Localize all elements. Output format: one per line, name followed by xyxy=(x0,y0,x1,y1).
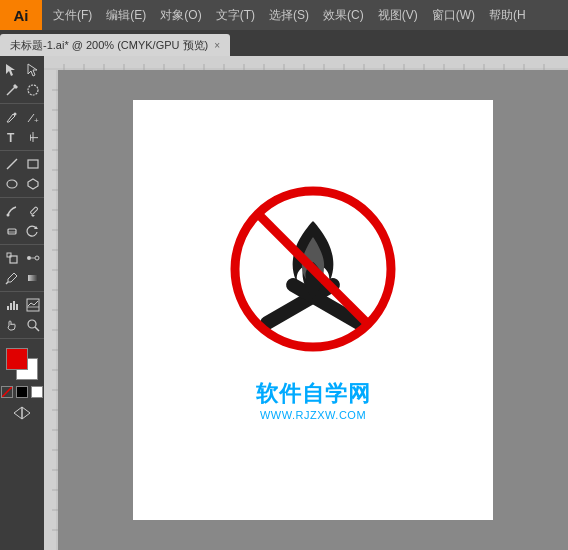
svg-point-5 xyxy=(13,113,16,116)
title-bar: Ai 文件(F) 编辑(E) 对象(O) 文字(T) 选择(S) 效果(C) 视… xyxy=(0,0,568,30)
svg-rect-11 xyxy=(28,160,38,168)
svg-rect-28 xyxy=(10,303,12,310)
selection-tools xyxy=(0,60,44,104)
svg-rect-30 xyxy=(16,304,18,310)
svg-line-2 xyxy=(7,87,15,95)
none-swatch[interactable] xyxy=(1,386,13,398)
svg-rect-29 xyxy=(13,301,15,310)
view-tools xyxy=(0,295,44,339)
select-tool[interactable] xyxy=(2,60,22,80)
tab-close-button[interactable]: × xyxy=(214,40,220,51)
svg-marker-13 xyxy=(28,179,38,189)
canvas-area: 软件自学网 WWW.RJZXW.COM xyxy=(58,70,568,550)
no-campfire-icon xyxy=(213,169,413,369)
svg-point-23 xyxy=(35,256,39,260)
white-swatch[interactable] xyxy=(31,386,43,398)
line-tool[interactable] xyxy=(2,154,22,174)
eraser-tool[interactable] xyxy=(2,221,22,241)
watermark-text: 软件自学网 xyxy=(256,379,371,409)
graph-tool[interactable] xyxy=(2,295,22,315)
menu-window[interactable]: 窗口(W) xyxy=(425,0,482,30)
svg-point-33 xyxy=(28,320,36,328)
vertical-ruler xyxy=(44,70,58,550)
direct-select-tool[interactable] xyxy=(23,60,43,80)
polygon-tool[interactable] xyxy=(23,174,43,194)
svg-point-22 xyxy=(27,256,31,260)
swap-colors[interactable] xyxy=(12,406,32,420)
svg-line-10 xyxy=(7,159,17,169)
brush-tool[interactable] xyxy=(2,201,22,221)
scale-tool[interactable] xyxy=(2,248,22,268)
watermark: 软件自学网 WWW.RJZXW.COM xyxy=(256,379,371,421)
menu-view[interactable]: 视图(V) xyxy=(371,0,425,30)
pencil-tool[interactable] xyxy=(23,201,43,221)
type-tool[interactable]: T xyxy=(2,127,22,147)
paint-tools xyxy=(0,201,44,245)
vertical-type-tool[interactable]: T xyxy=(23,127,43,147)
svg-marker-0 xyxy=(6,64,15,76)
ellipse-tool[interactable] xyxy=(2,174,22,194)
svg-marker-16 xyxy=(31,215,35,217)
menu-effect[interactable]: 效果(C) xyxy=(316,0,371,30)
svg-text:T: T xyxy=(7,131,15,144)
svg-text:T: T xyxy=(28,134,40,141)
tab-label: 未标题-1.ai* @ 200% (CMYK/GPU 预览) xyxy=(10,38,208,53)
shape-tools xyxy=(0,154,44,198)
svg-text:+: + xyxy=(34,116,39,124)
svg-point-14 xyxy=(6,214,9,217)
rectangle-tool[interactable] xyxy=(23,154,43,174)
magic-wand-tool[interactable] xyxy=(2,80,22,100)
document-tab[interactable]: 未标题-1.ai* @ 200% (CMYK/GPU 预览) × xyxy=(0,34,230,56)
blend-tool[interactable] xyxy=(23,248,43,268)
svg-rect-38 xyxy=(44,56,568,70)
transform-tools xyxy=(0,248,44,292)
svg-line-25 xyxy=(6,282,8,284)
svg-rect-26 xyxy=(28,275,38,281)
tab-bar: 未标题-1.ai* @ 200% (CMYK/GPU 预览) × xyxy=(0,30,568,56)
svg-rect-17 xyxy=(8,229,16,234)
menu-bar: 文件(F) 编辑(E) 对象(O) 文字(T) 选择(S) 效果(C) 视图(V… xyxy=(42,0,568,30)
watermark-url: WWW.RJZXW.COM xyxy=(256,409,371,421)
svg-marker-36 xyxy=(22,407,30,419)
hand-tool[interactable] xyxy=(2,315,22,335)
artboard: 软件自学网 WWW.RJZXW.COM xyxy=(133,100,493,520)
canvas-wrapper: 软件自学网 WWW.RJZXW.COM xyxy=(44,56,568,550)
svg-rect-15 xyxy=(30,207,38,215)
canvas-inner: 软件自学网 WWW.RJZXW.COM xyxy=(44,70,568,550)
add-anchor-tool[interactable]: + xyxy=(23,107,43,127)
eyedropper-tool[interactable] xyxy=(2,268,22,288)
draw-tools: + T T xyxy=(0,107,44,151)
svg-marker-1 xyxy=(28,64,37,76)
color-swatch-area xyxy=(2,344,42,402)
app-logo: Ai xyxy=(0,0,42,30)
rotate-tool[interactable] xyxy=(23,221,43,241)
horizontal-ruler xyxy=(44,56,568,70)
zoom-tool[interactable] xyxy=(23,315,43,335)
svg-point-12 xyxy=(7,180,17,188)
menu-file[interactable]: 文件(F) xyxy=(46,0,99,30)
chart-tool[interactable] xyxy=(23,295,43,315)
black-swatch[interactable] xyxy=(16,386,28,398)
menu-text[interactable]: 文字(T) xyxy=(209,0,262,30)
gradient-tool[interactable] xyxy=(23,268,43,288)
menu-edit[interactable]: 编辑(E) xyxy=(99,0,153,30)
main-area: + T T xyxy=(0,56,568,550)
svg-line-35 xyxy=(2,387,12,397)
left-toolbar: + T T xyxy=(0,56,44,550)
svg-point-4 xyxy=(28,85,38,95)
menu-help[interactable]: 帮助(H xyxy=(482,0,533,30)
svg-marker-37 xyxy=(14,407,22,419)
svg-rect-27 xyxy=(7,306,9,310)
menu-object[interactable]: 对象(O) xyxy=(153,0,208,30)
foreground-color-swatch[interactable] xyxy=(6,348,28,370)
menu-select[interactable]: 选择(S) xyxy=(262,0,316,30)
pen-tool[interactable] xyxy=(2,107,22,127)
svg-line-34 xyxy=(35,327,39,331)
color-swatches[interactable] xyxy=(6,348,38,380)
lasso-tool[interactable] xyxy=(23,80,43,100)
